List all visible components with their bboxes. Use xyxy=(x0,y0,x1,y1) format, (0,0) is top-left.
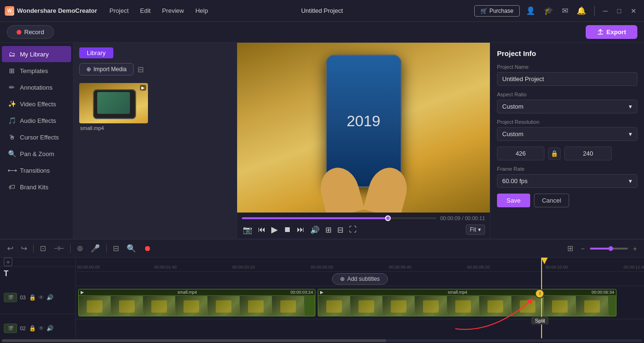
scrollbar-thumb[interactable] xyxy=(2,339,386,342)
insert-button[interactable]: ⊟ xyxy=(110,242,121,254)
track-2-lock-button[interactable]: 🔒 xyxy=(28,324,37,332)
ruler-mark-2: 00:00:03:20 xyxy=(232,265,311,269)
divider xyxy=(594,6,595,16)
timeline-label-row: + xyxy=(0,258,75,267)
sidebar-item-audio-effects[interactable]: 🎵 Audio Effects xyxy=(2,112,71,129)
clip-frame xyxy=(143,296,175,316)
play-button[interactable]: ▶ xyxy=(270,223,279,236)
minimize-button[interactable]: ─ xyxy=(600,7,611,15)
stop-button[interactable]: ⏹ xyxy=(283,224,292,235)
step-back-button[interactable]: ⏮ xyxy=(257,224,267,235)
record-tl-button[interactable]: ⏺ xyxy=(141,243,154,254)
playhead-ruler-handle xyxy=(541,258,548,264)
sidebar-item-brand-kits[interactable]: 🏷 Brand Kits xyxy=(2,179,71,195)
menu-edit[interactable]: Edit xyxy=(135,5,155,16)
project-name-input[interactable] xyxy=(497,72,637,86)
clip-1-name: small.mp4 xyxy=(177,290,197,295)
redo-button[interactable]: ↪ xyxy=(18,242,29,254)
width-input[interactable] xyxy=(497,147,544,160)
maximize-button[interactable]: □ xyxy=(615,7,624,15)
account-icon-button[interactable]: 👤 xyxy=(524,5,538,16)
timeline-area: ↩ ↪ ⊡ ⊣⊢ ⊚ 🎤 ⊟ 🔍 ⏺ ⊞ − + + xyxy=(0,239,644,343)
track-2-icon: 🎬 xyxy=(4,324,17,333)
media-item[interactable]: ▶ small.mp4 xyxy=(79,83,148,131)
crop-button[interactable]: ⊞ xyxy=(324,224,332,235)
record-button[interactable]: Record xyxy=(7,25,54,39)
add-track-button[interactable]: + xyxy=(4,258,12,266)
clip-frame xyxy=(318,296,350,316)
crop-tool-button[interactable]: ⊡ xyxy=(37,242,48,254)
fullscreen-button[interactable]: ⛶ xyxy=(348,224,358,235)
mic-button[interactable]: 🎤 xyxy=(88,242,102,254)
clip-frame xyxy=(479,296,512,316)
library-tab[interactable]: Library xyxy=(79,47,113,58)
fit-select[interactable]: Fit ▾ xyxy=(466,224,485,235)
sidebar-item-annotations[interactable]: ✏ Annotations xyxy=(2,79,71,95)
ruler-mark-4: 00:00:06:40 xyxy=(389,265,467,269)
filter-button[interactable]: ⊟ xyxy=(138,65,144,74)
lock-aspect-button[interactable]: 🔒 xyxy=(548,148,561,160)
undo-button[interactable]: ↩ xyxy=(5,242,16,254)
purchase-button[interactable]: 🛒 Purchase xyxy=(474,5,520,17)
subtitle-icon: T xyxy=(4,269,9,278)
video-clip-2[interactable]: ▶ small.mp4 00:00:06:34 xyxy=(318,289,616,316)
aspect-ratio-chevron-icon: ▾ xyxy=(629,103,632,110)
menu-help[interactable]: Help xyxy=(191,5,213,16)
track-1-lock-button[interactable]: 🔒 xyxy=(28,294,37,301)
phone-content-icon: 2019 xyxy=(347,112,380,130)
learn-icon-button[interactable]: 🎓 xyxy=(542,5,556,16)
timeline-left-panel: + T 🎬 03 🔒 👁 🔊 🎬 02 xyxy=(0,258,76,338)
track-2-mute-button[interactable]: 🔊 xyxy=(46,324,54,332)
frame-rate-value: 60.00 fps xyxy=(502,177,528,185)
sidebar-item-video-effects[interactable]: ✨ Video Effects xyxy=(2,96,71,112)
export-button[interactable]: Export xyxy=(586,25,637,39)
mask-button[interactable]: ⊚ xyxy=(74,242,85,254)
resolution-value: Custom xyxy=(502,130,524,138)
split-handle[interactable]: ⁞ xyxy=(535,289,544,298)
filter-toggle-button[interactable]: ⊟ xyxy=(336,224,344,235)
cancel-button[interactable]: Cancel xyxy=(534,194,569,207)
zoom-media-button[interactable]: 🔍 xyxy=(124,242,138,254)
scrollbar-track[interactable] xyxy=(2,339,642,342)
add-subtitles-button[interactable]: ⊕ Add subtitles xyxy=(332,273,388,285)
sidebar-item-my-library[interactable]: 🗂 My Library xyxy=(2,46,71,62)
clip-frame xyxy=(576,296,608,316)
progress-bar[interactable] xyxy=(242,217,436,219)
sidebar-item-pan-zoom[interactable]: 🔍 Pan & Zoom xyxy=(2,146,71,162)
clip-frame xyxy=(544,296,576,316)
sidebar-item-transitions[interactable]: ⟷ Transitions xyxy=(2,162,71,178)
zoom-in-button[interactable]: + xyxy=(631,243,639,254)
frame-rate-select[interactable]: 60.00 fps ▾ xyxy=(497,174,637,188)
aspect-ratio-select[interactable]: Custom ▾ xyxy=(497,100,637,113)
step-forward-button[interactable]: ⏭ xyxy=(296,224,305,235)
save-button[interactable]: Save xyxy=(497,194,530,207)
resolution-select[interactable]: Custom ▾ xyxy=(497,127,637,141)
time-total: 00:00:11 xyxy=(465,215,485,221)
timeline-settings-button[interactable]: ⊞ xyxy=(565,242,576,254)
resolution-dimensions-row: 🔒 xyxy=(497,147,637,160)
track-2-visibility-button[interactable]: 👁 xyxy=(38,324,45,332)
video-clip-1[interactable]: ▶ small.mp4 00:00:03:24 xyxy=(78,289,315,316)
menu-project[interactable]: Project xyxy=(105,5,133,16)
sidebar-item-templates[interactable]: ⊞ Templates xyxy=(2,63,71,79)
mail-icon-button[interactable]: ✉ xyxy=(560,5,570,16)
screenshot-button[interactable]: 📷 xyxy=(242,224,253,235)
height-input[interactable] xyxy=(564,147,612,160)
sidebar-item-cursor-effects[interactable]: 🖱 Cursor Effects xyxy=(2,129,71,145)
menu-preview[interactable]: Preview xyxy=(157,5,189,16)
split-tool-button[interactable]: ⊣⊢ xyxy=(51,243,66,253)
notification-icon-button[interactable]: 🔔 xyxy=(574,5,589,16)
ruler-mark-5: 00:00:08:20 xyxy=(467,265,545,269)
volume-button[interactable]: 🔊 xyxy=(309,224,321,235)
aspect-ratio-value: Custom xyxy=(502,103,524,110)
close-button[interactable]: ✕ xyxy=(628,7,639,15)
progress-handle[interactable] xyxy=(385,215,391,221)
time-current: 00:00:09 xyxy=(440,215,460,221)
zoom-slider[interactable] xyxy=(590,248,628,250)
frame-rate-chevron-icon: ▾ xyxy=(629,177,632,185)
track-1-mute-button[interactable]: 🔊 xyxy=(46,294,54,301)
import-media-button[interactable]: ⊕ Import Media xyxy=(79,63,134,75)
clip-1-icon: ▶ xyxy=(81,290,84,295)
track-1-visibility-button[interactable]: 👁 xyxy=(38,294,45,301)
zoom-out-button[interactable]: − xyxy=(579,243,587,254)
